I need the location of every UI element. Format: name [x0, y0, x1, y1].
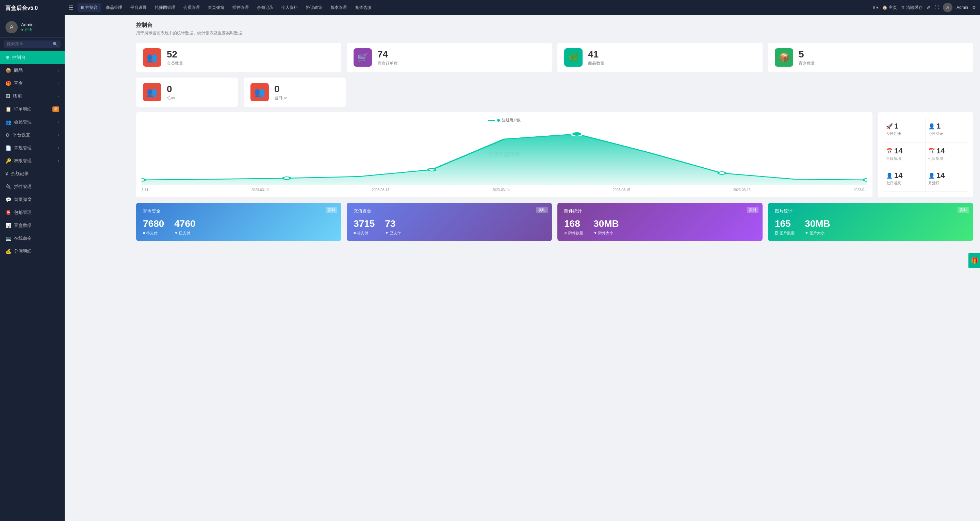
sidebar-icon: 🎁 [5, 81, 11, 86]
topbar-nav-插件管理[interactable]: 插件管理 [229, 3, 252, 12]
home-button[interactable]: 🏠 主页 [882, 5, 897, 11]
sidebar-item-常规管理[interactable]: 📄 常规管理 › [0, 141, 65, 154]
sidebar-icon: 📮 [5, 210, 11, 215]
stat-cards-row2: 👥 0 总uv 👥 0 当日uv [136, 78, 973, 107]
sidebar-item-盲盒[interactable]: 🎁 盲盒 › [0, 77, 65, 90]
bottom-card-value: 73 [385, 218, 401, 229]
print-button[interactable]: 🖨 [927, 5, 931, 10]
stat-label: 盲盒数量 [799, 60, 815, 66]
settings-icon[interactable]: ⚙ [972, 5, 976, 10]
chart-stat-value: 1 [937, 122, 940, 130]
list-menu-button[interactable]: ≡ ▾ [873, 5, 878, 10]
sidebar-item-控制台[interactable]: ⊞ 控制台 [0, 51, 65, 64]
sidebar-item-分佣明细[interactable]: 💰 分佣明细 [0, 245, 65, 258]
bottom-card-title: 盲盒资金 [143, 208, 334, 214]
svg-point-0 [142, 178, 145, 181]
bottom-card-sublabel: ▼ 已支付 [385, 230, 401, 236]
sidebar-item-label: 首页弹窗 [14, 197, 32, 203]
stat-label: 总uv [167, 95, 175, 101]
topbar-nav-版本管理[interactable]: 版本管理 [327, 3, 350, 12]
chevron-right-icon: › [58, 133, 59, 137]
user-name: Admin [21, 22, 34, 27]
stat-value: 5 [799, 49, 815, 60]
legend-line [488, 120, 495, 121]
sidebar-item-会员管理[interactable]: 👥 会员管理 › [0, 116, 65, 129]
sidebar-item-插件管理[interactable]: 🔌 插件管理 [0, 180, 65, 193]
topbar-nav-会员管理[interactable]: 会员管理 [180, 3, 203, 12]
chart-svg [142, 125, 867, 187]
sidebar-item-label: 常规管理 [14, 145, 32, 151]
fullscreen-button[interactable]: ⛶ [935, 5, 939, 10]
sidebar-logo: 盲盒后台v5.0 [0, 0, 65, 17]
sidebar-item-订单明细[interactable]: 📋 订单明细 新 [0, 103, 65, 116]
topbar-nav-轮播图管理[interactable]: 轮播图管理 [151, 3, 179, 12]
sidebar-item-label: 晒图 [13, 93, 22, 99]
sidebar-item-label: 平台设置 [13, 132, 30, 138]
sidebar-item-晒图[interactable]: 🖼 晒图 › [0, 90, 65, 103]
chart-stat-value: 1 [894, 122, 898, 130]
sidebar-item-首页弹窗[interactable]: 💬 首页弹窗 [0, 193, 65, 206]
chevron-right-icon: › [58, 69, 59, 72]
topbar-nav-个人资料[interactable]: 个人资料 [278, 3, 301, 12]
bottom-card-图片统计: 图片统计 实时 165 🖼 图片数量 30MB ▼ 图片大小 [768, 203, 973, 241]
stat-value: 52 [167, 49, 183, 60]
x-label-1: 2023-03-12 [251, 188, 269, 192]
topbar-nav-平台设置[interactable]: 平台设置 [127, 3, 150, 12]
stat-value: 41 [588, 49, 605, 60]
topbar-nav-首页弹窗[interactable]: 首页弹窗 [205, 3, 228, 12]
stat-card-会员数量: 👥 52 会员数量 [136, 43, 341, 72]
stat-card-当日uv: 👥 0 当日uv [243, 78, 346, 107]
bottom-card-value: 7680 [143, 218, 164, 229]
sidebar-icon: ⊞ [5, 55, 10, 60]
bottom-card-title: 图片统计 [775, 208, 966, 214]
sidebar-toggle-button[interactable]: ☰ [69, 5, 73, 11]
sidebar-item-余额记录[interactable]: ¥ 余额记录 [0, 167, 65, 180]
sidebar-item-label: 商品 [14, 67, 23, 73]
sidebar-icon: 🔌 [5, 184, 11, 189]
sidebar-item-包邮管理[interactable]: 📮 包邮管理 [0, 206, 65, 219]
legend-dot [497, 119, 500, 122]
topbar-nav-充值选项[interactable]: 充值选项 [352, 3, 375, 12]
sidebar-item-label: 控制台 [12, 54, 25, 60]
bottom-card-sublabel: ▼ 已支付 [174, 230, 195, 236]
stat-cards-row1: 👥 52 会员数量 🛒 74 盲盒订单数 🌿 41 商品数量 📦 5 盲盒数量 [136, 43, 973, 72]
sidebar-item-label: 在线命令 [14, 235, 32, 241]
stat-value: 0 [274, 84, 287, 95]
stat-value: 74 [377, 49, 398, 60]
clear-cache-button[interactable]: 🗑 清除缓存 [901, 5, 923, 11]
sidebar-item-在线命令[interactable]: 💻 在线命令 [0, 232, 65, 245]
sidebar-icon: 📋 [5, 106, 11, 112]
stat-label: 盲盒订单数 [377, 60, 398, 66]
admin-label[interactable]: Admin [956, 5, 968, 10]
topbar-nav-控制台[interactable]: ⊞ 控制台 [78, 3, 101, 12]
sidebar-icon: 💻 [5, 236, 11, 241]
topbar-nav-余额记录[interactable]: 余额记录 [253, 3, 277, 12]
sidebar-item-权限管理[interactable]: 🔑 权限管理 › [0, 154, 65, 167]
chart-stat-value: 14 [937, 146, 945, 156]
stat-icon: 📦 [775, 48, 793, 67]
bottom-card-values: 7680 ■ 待支付 4760 ▼ 已支付 [143, 218, 334, 236]
new-badge: 新 [52, 106, 59, 112]
page-subtitle: 用于展示当前系统中的统计数据、统计报表及重要实时数据 [136, 30, 973, 36]
x-label-5: 2023-03-16 [733, 188, 751, 192]
topbar-nav-协议政策[interactable]: 协议政策 [302, 3, 326, 12]
svg-point-4 [718, 172, 725, 175]
sidebar-item-label: 盲盒数据 [14, 222, 32, 229]
chart-stat-value: 14 [937, 171, 945, 180]
sidebar-search-container: 🔍 [0, 38, 65, 51]
sidebar-item-label: 权限管理 [14, 158, 32, 164]
right-edge-tab[interactable]: 🎁 [969, 253, 980, 268]
svg-point-5 [863, 178, 867, 181]
sidebar-item-盲盒数据[interactable]: 📊 盲盒数据 [0, 219, 65, 232]
sidebar-item-label: 订单明细 [14, 106, 32, 112]
user-status: ● 在线 [21, 27, 34, 32]
sidebar-item-平台设置[interactable]: ⚙ 平台设置 › [0, 129, 65, 141]
sidebar-icon: ¥ [5, 171, 8, 176]
realtime-badge: 实时 [747, 207, 759, 213]
search-input[interactable] [7, 42, 53, 47]
sidebar-icon: ⚙ [5, 132, 10, 138]
stat-value: 0 [167, 84, 175, 95]
svg-point-1 [283, 177, 290, 179]
topbar-nav-商品管理[interactable]: 商品管理 [102, 3, 126, 12]
sidebar-item-商品[interactable]: 📦 商品 › [0, 64, 65, 77]
